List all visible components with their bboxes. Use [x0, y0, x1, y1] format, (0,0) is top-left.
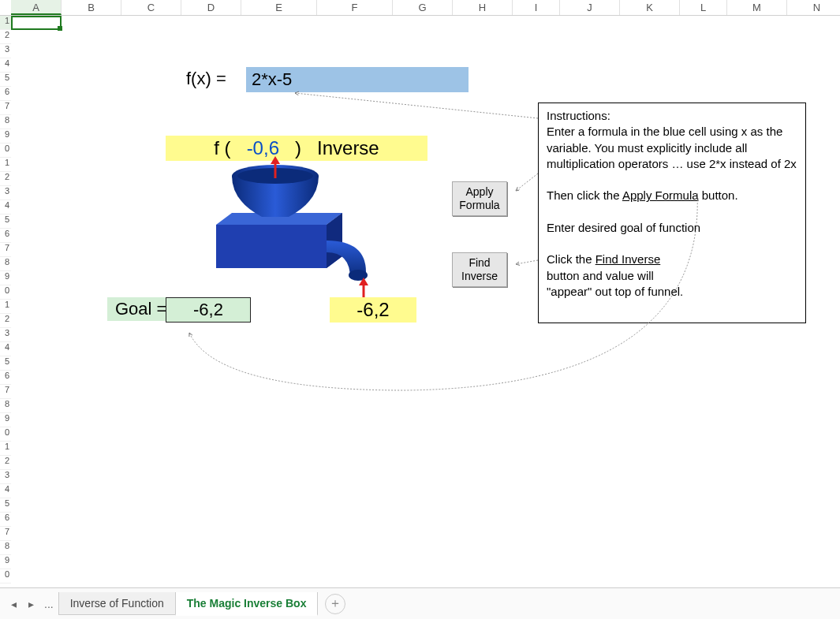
row-header-21[interactable]: 1	[0, 300, 11, 314]
row-header-19[interactable]: 9	[0, 271, 11, 285]
column-headers: ABCDEFGHIJKLMN	[0, 0, 840, 16]
row-header-28[interactable]: 8	[0, 399, 11, 413]
col-header-I[interactable]: I	[513, 0, 560, 15]
add-sheet-button[interactable]: ＋	[325, 594, 345, 614]
row-header-17[interactable]: 7	[0, 243, 11, 257]
row-header-30[interactable]: 0	[0, 427, 11, 442]
col-header-G[interactable]: G	[393, 0, 453, 15]
funnel-input-row: f ( -0,6 ) Inverse	[166, 136, 427, 161]
fx-label: f(x) =	[186, 69, 226, 89]
svg-marker-9	[359, 278, 368, 285]
row-header-16[interactable]: 6	[0, 229, 11, 243]
f-open: f (	[214, 137, 230, 158]
tab-inverse-of-function[interactable]: Inverse of Function	[58, 592, 176, 615]
row-header-12[interactable]: 2	[0, 172, 11, 186]
row-header-24[interactable]: 4	[0, 342, 11, 356]
row-header-15[interactable]: 5	[0, 214, 11, 229]
row-header-22[interactable]: 2	[0, 314, 11, 328]
row-header-18[interactable]: 8	[0, 257, 11, 271]
instr-line-2: Enter a formula in the blue cell using x…	[547, 124, 797, 172]
row-header-26[interactable]: 6	[0, 371, 11, 385]
output-value: -6,2	[330, 297, 416, 323]
row-header-4[interactable]: 4	[0, 58, 11, 73]
goal-label: Goal =	[107, 297, 171, 321]
col-header-D[interactable]: D	[181, 0, 241, 15]
instr-line-1: Instructions:	[547, 108, 797, 124]
row-header-9[interactable]: 9	[0, 129, 11, 144]
f-close: )	[295, 137, 301, 158]
row-header-23[interactable]: 3	[0, 328, 11, 342]
funnel-input-value: -0,6	[247, 137, 279, 158]
col-header-F[interactable]: F	[317, 0, 393, 15]
col-header-L[interactable]: L	[680, 0, 727, 15]
row-header-33[interactable]: 3	[0, 470, 11, 484]
row-header-13[interactable]: 3	[0, 186, 11, 200]
row-header-38[interactable]: 8	[0, 541, 11, 555]
row-header-36[interactable]: 6	[0, 513, 11, 527]
tab-magic-inverse-box[interactable]: The Magic Inverse Box	[175, 592, 319, 616]
grid-area[interactable]: 1234567890123456789012345678901234567890…	[0, 16, 840, 587]
row-header-40[interactable]: 0	[0, 569, 11, 584]
row-header-5[interactable]: 5	[0, 73, 11, 87]
row-header-8[interactable]: 8	[0, 115, 11, 129]
goal-input-cell[interactable]: -6,2	[166, 297, 251, 323]
row-header-35[interactable]: 5	[0, 498, 11, 513]
col-header-M[interactable]: M	[727, 0, 787, 15]
row-header-29[interactable]: 9	[0, 413, 11, 427]
row-header-2[interactable]: 2	[0, 30, 11, 44]
instr-line-5: Click the Find Inverse button and value …	[547, 252, 689, 300]
row-header-34[interactable]: 4	[0, 484, 11, 498]
col-header-J[interactable]: J	[560, 0, 620, 15]
row-header-20[interactable]: 0	[0, 285, 11, 300]
instr-line-3: Then click the Apply Formula button.	[547, 188, 797, 203]
col-header-K[interactable]: K	[620, 0, 680, 15]
col-header-C[interactable]: C	[121, 0, 181, 15]
row-header-10[interactable]: 0	[0, 144, 11, 158]
row-header-27[interactable]: 7	[0, 385, 11, 399]
svg-marker-7	[271, 156, 280, 164]
red-arrow-up-funnel	[268, 156, 282, 180]
row-header-31[interactable]: 1	[0, 442, 11, 456]
row-header-3[interactable]: 3	[0, 44, 11, 58]
row-header-32[interactable]: 2	[0, 456, 11, 470]
col-header-B[interactable]: B	[62, 0, 121, 15]
col-header-A[interactable]: A	[11, 0, 62, 15]
row-header-6[interactable]: 6	[0, 87, 11, 101]
row-header-39[interactable]: 9	[0, 555, 11, 569]
row-header-25[interactable]: 5	[0, 356, 11, 371]
tab-prev-icon[interactable]: ◂	[6, 597, 21, 611]
row-header-7[interactable]: 7	[0, 101, 11, 115]
sheet-tab-bar: ◂ ▸ ... Inverse of Function The Magic In…	[0, 587, 840, 619]
inverse-label: Inverse	[317, 137, 379, 158]
machine-illustration	[208, 162, 390, 296]
row-header-1[interactable]: 1	[0, 16, 11, 30]
row-header-14[interactable]: 4	[0, 200, 11, 214]
instr-line-4: Enter desired goal of function	[547, 220, 797, 236]
col-header-N[interactable]: N	[787, 0, 840, 15]
instructions-box: Instructions: Enter a formula in the blu…	[538, 103, 806, 323]
col-header-H[interactable]: H	[453, 0, 513, 15]
find-inverse-button[interactable]: Find Inverse	[452, 252, 507, 287]
row-header-37[interactable]: 7	[0, 527, 11, 541]
col-header-E[interactable]: E	[241, 0, 317, 15]
apply-formula-button[interactable]: Apply Formula	[452, 181, 507, 216]
row-headers: 1234567890123456789012345678901234567890	[0, 16, 11, 584]
tab-overflow-icon[interactable]: ...	[44, 598, 54, 610]
tab-next-icon[interactable]: ▸	[24, 597, 38, 611]
row-header-11[interactable]: 1	[0, 158, 11, 172]
formula-input-cell[interactable]: 2*x-5	[246, 67, 469, 92]
